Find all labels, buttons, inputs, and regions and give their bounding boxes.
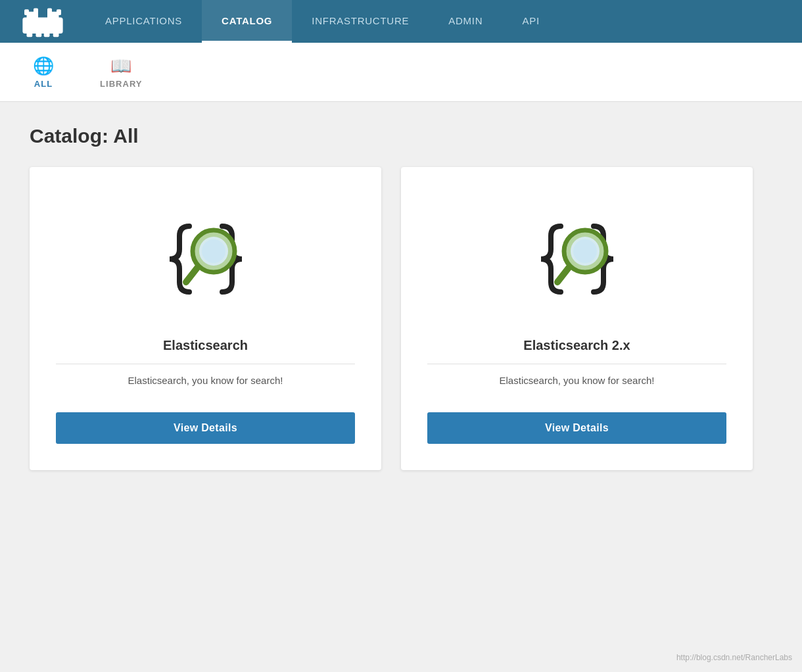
svg-rect-9: [44, 31, 50, 37]
page-title: Catalog: All: [30, 125, 772, 147]
main-content: Catalog: All Elas: [0, 102, 802, 493]
svg-point-14: [202, 239, 225, 263]
view-details-button-elasticsearch[interactable]: View Details: [56, 412, 355, 444]
card-title-elasticsearch-2x: Elasticsearch 2.x: [523, 338, 630, 353]
subnav-item-all[interactable]: 🌐 ALL: [26, 56, 60, 89]
catalog-card-elasticsearch: Elasticsearch Elasticsearch, you know fo…: [30, 167, 381, 470]
card-description-elasticsearch: Elasticsearch, you know for search!: [128, 375, 283, 386]
card-description-elasticsearch-2x: Elasticsearch, you know for search!: [500, 375, 655, 386]
nav-item-infrastructure[interactable]: INFRASTRUCTURE: [292, 0, 429, 43]
card-title-elasticsearch: Elasticsearch: [163, 338, 248, 353]
book-icon: 📖: [110, 56, 131, 76]
cards-grid: Elasticsearch Elasticsearch, you know fo…: [30, 167, 753, 470]
rancher-logo-icon: [20, 5, 66, 38]
subnav-library-label: LIBRARY: [100, 79, 143, 89]
nav-items: APPLICATIONS CATALOG INFRASTRUCTURE ADMI…: [85, 0, 559, 43]
card-divider: [56, 364, 355, 364]
nav-item-admin[interactable]: ADMIN: [429, 0, 502, 43]
svg-rect-6: [57, 9, 61, 15]
svg-point-18: [573, 239, 597, 263]
svg-rect-8: [36, 31, 42, 37]
card-divider-2: [427, 364, 726, 364]
sub-navigation: 🌐 ALL 📖 LIBRARY: [0, 43, 802, 102]
globe-icon: 🌐: [33, 56, 54, 76]
nav-item-applications[interactable]: APPLICATIONS: [85, 0, 202, 43]
svg-line-13: [186, 267, 198, 282]
elasticsearch-icon: [153, 206, 258, 312]
subnav-item-library[interactable]: 📖 LIBRARY: [93, 56, 149, 89]
svg-rect-10: [53, 31, 59, 37]
svg-rect-3: [24, 9, 29, 15]
svg-line-17: [557, 267, 569, 282]
elasticsearch-icon-area: [147, 200, 265, 318]
watermark: http://blog.csdn.net/RancherLabs: [676, 653, 792, 662]
svg-rect-7: [27, 31, 33, 37]
view-details-button-elasticsearch-2x[interactable]: View Details: [427, 412, 726, 444]
elasticsearch-2x-icon: [525, 206, 630, 312]
svg-rect-4: [34, 8, 38, 14]
elasticsearch-2x-icon-area: [518, 200, 636, 318]
nav-item-catalog[interactable]: CATALOG: [202, 0, 292, 43]
svg-rect-5: [47, 8, 52, 14]
top-navigation: APPLICATIONS CATALOG INFRASTRUCTURE ADMI…: [0, 0, 802, 43]
logo-area[interactable]: [0, 0, 85, 43]
catalog-card-elasticsearch-2x: Elasticsearch 2.x Elasticsearch, you kno…: [401, 167, 753, 470]
nav-item-api[interactable]: API: [502, 0, 559, 43]
subnav-all-label: ALL: [34, 79, 53, 89]
